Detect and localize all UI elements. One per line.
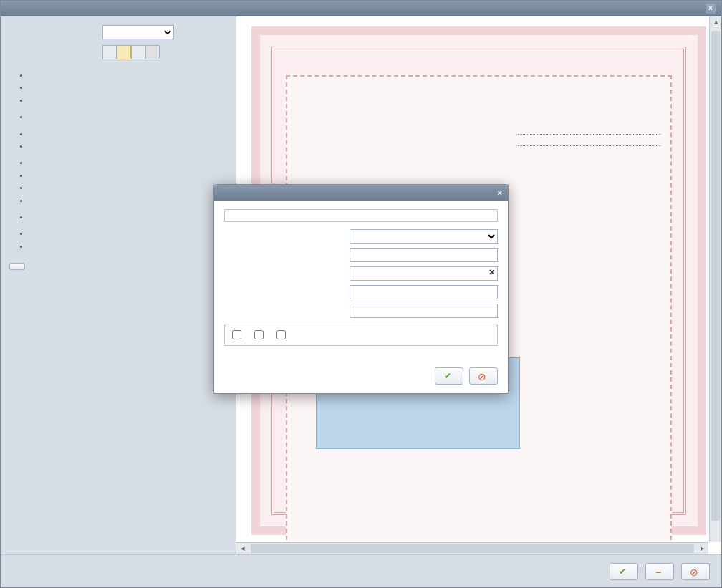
- spacing-input[interactable]: [350, 285, 498, 299]
- distinction-select[interactable]: [102, 25, 174, 39]
- list-item: [29, 228, 227, 238]
- list-item: [29, 241, 227, 251]
- footer-cancel-button[interactable]: [681, 563, 710, 580]
- list-item: [29, 170, 227, 180]
- page-buttons: [102, 45, 160, 59]
- modal-save-button[interactable]: [435, 367, 463, 385]
- page-btn-2[interactable]: [117, 45, 131, 59]
- list-item: [29, 140, 227, 151]
- window-title-bar: ×: [1, 1, 721, 16]
- main-window: ×: [0, 0, 722, 588]
- list-item: [29, 128, 227, 139]
- page-btn-3[interactable]: [131, 45, 145, 59]
- scroll-thumb-h[interactable]: [251, 544, 694, 553]
- stop-icon: [689, 567, 699, 577]
- clear-icon[interactable]: ✕: [488, 268, 495, 277]
- italic-checkbox-label[interactable]: [254, 330, 266, 339]
- cert-value: [518, 145, 661, 146]
- select-fields-list: [29, 69, 227, 105]
- font-select[interactable]: [350, 229, 498, 244]
- list-item: [29, 111, 227, 122]
- modal-cancel-button[interactable]: [469, 367, 498, 385]
- list-item: [29, 182, 227, 193]
- minus-icon: [653, 567, 663, 577]
- cert-label: [317, 145, 518, 146]
- properties-modal: × ✕: [213, 184, 509, 394]
- underline-checkbox[interactable]: [276, 330, 286, 339]
- show-advanced-button[interactable]: [9, 263, 25, 270]
- page-btn-1[interactable]: [102, 45, 117, 59]
- scroll-up-icon[interactable]: ▴: [710, 16, 721, 29]
- size-input[interactable]: [350, 304, 498, 318]
- scrollbar-vertical[interactable]: ▴: [709, 16, 721, 542]
- scrollbar-horizontal[interactable]: ◂ ▸: [236, 542, 708, 554]
- list-item: [29, 195, 227, 206]
- underline-checkbox-label[interactable]: [276, 330, 289, 339]
- modal-close-icon[interactable]: ×: [498, 188, 502, 197]
- check-icon: [443, 371, 453, 381]
- list-item: [29, 95, 227, 105]
- footer-bar: [1, 554, 721, 587]
- check-icon: [617, 567, 627, 577]
- preview-fieldset: [224, 209, 498, 222]
- indent-input[interactable]: [350, 248, 498, 262]
- list-item: [29, 69, 227, 80]
- bold-checkbox[interactable]: [232, 330, 241, 339]
- list-item: [29, 157, 227, 168]
- close-icon[interactable]: ×: [706, 4, 716, 14]
- cert-value: [518, 134, 661, 135]
- italic-checkbox[interactable]: [254, 330, 264, 339]
- bold-checkbox-label[interactable]: [232, 330, 244, 339]
- stop-icon: [477, 371, 487, 381]
- scroll-left-icon[interactable]: ◂: [236, 543, 249, 555]
- scroll-right-icon[interactable]: ▸: [696, 543, 708, 555]
- left-panel: [1, 16, 236, 554]
- list-item: [29, 82, 227, 92]
- modal-title-bar: ×: [214, 185, 508, 201]
- attributes-fieldset: [224, 324, 498, 346]
- cert-label: [317, 134, 518, 135]
- scroll-thumb-v[interactable]: [711, 31, 720, 521]
- footer-save-button[interactable]: [610, 563, 638, 580]
- row-height-input[interactable]: [350, 266, 498, 281]
- page-btn-4[interactable]: [145, 45, 160, 59]
- footer-delete-button[interactable]: [645, 563, 674, 580]
- list-item: [29, 211, 227, 222]
